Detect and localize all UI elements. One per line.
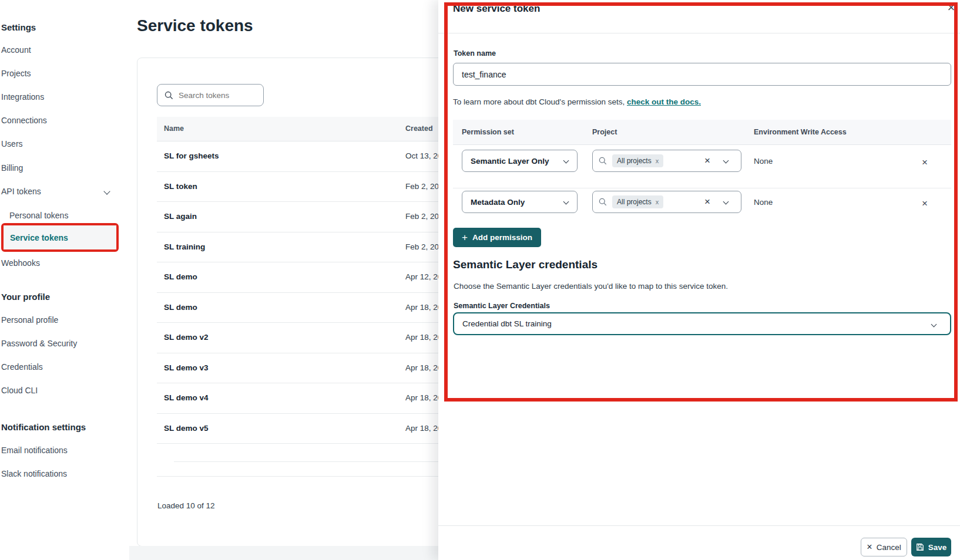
docs-link[interactable]: check out the docs.: [627, 97, 701, 106]
remove-row-icon[interactable]: ×: [919, 157, 931, 168]
clear-icon[interactable]: ×: [704, 196, 710, 208]
sidebar-profile-header: Your profile: [1, 292, 50, 302]
chip-remove-icon[interactable]: x: [656, 157, 659, 164]
permission-set-value: Semantic Layer Only: [471, 157, 549, 166]
search-tokens-box[interactable]: [157, 84, 264, 106]
semantic-layer-credentials-select[interactable]: Credential dbt SL training: [453, 312, 951, 335]
column-header-project: Project: [592, 128, 617, 136]
project-chip-label: All projects: [617, 198, 652, 206]
chevron-down-icon[interactable]: [723, 158, 729, 164]
settings-sidebar: Settings Account Projects Integrations C…: [0, 0, 129, 560]
divider: [453, 188, 951, 188]
sidebar-item-personal-profile[interactable]: Personal profile: [1, 315, 58, 325]
sidebar-item-api-tokens[interactable]: API tokens: [1, 187, 41, 196]
save-button[interactable]: Save: [911, 538, 951, 556]
column-header-permission-set: Permission set: [462, 128, 514, 136]
chevron-down-icon: [931, 322, 937, 328]
chevron-down-icon[interactable]: [723, 199, 729, 205]
column-header-env-write-access: Environment Write Access: [754, 128, 847, 136]
save-label: Save: [928, 543, 947, 552]
token-name: SL token: [164, 182, 197, 191]
search-icon: [599, 157, 607, 165]
annotation-red-box-sidebar: Service tokens: [1, 223, 119, 252]
project-combobox[interactable]: All projects x ×: [592, 150, 741, 172]
chevron-down-icon: [563, 158, 569, 164]
sidebar-item-slack-notifications[interactable]: Slack notifications: [1, 469, 67, 478]
sidebar-item-billing[interactable]: Billing: [1, 163, 23, 173]
sidebar-item-service-tokens[interactable]: Service tokens: [4, 225, 116, 249]
search-icon: [165, 91, 173, 100]
chevron-down-icon[interactable]: [103, 188, 110, 194]
project-chip[interactable]: All projects x: [612, 195, 663, 208]
api-tokens-label: API tokens: [1, 187, 41, 196]
sidebar-item-cloud-cli[interactable]: Cloud CLI: [1, 386, 38, 395]
sidebar-item-webhooks[interactable]: Webhooks: [1, 258, 40, 268]
sidebar-item-integrations[interactable]: Integrations: [1, 92, 44, 102]
new-service-token-drawer: New service token × Token name To learn …: [438, 0, 960, 560]
credential-value: Credential dbt SL training: [462, 319, 552, 328]
project-chip[interactable]: All projects x: [612, 154, 663, 167]
token-name: SL demo: [164, 303, 197, 312]
sidebar-item-email-notifications[interactable]: Email notifications: [1, 446, 68, 455]
add-permission-button[interactable]: + Add permission: [453, 228, 541, 247]
search-icon: [599, 198, 607, 206]
semantic-layer-description: Choose the Semantic Layer credentials yo…: [454, 282, 728, 291]
column-header-name: Name: [164, 124, 184, 133]
token-name: SL again: [164, 212, 197, 221]
close-icon: ×: [867, 542, 872, 552]
service-tokens-label: Service tokens: [10, 233, 68, 242]
semantic-layer-credentials-label: Semantic Layer Credentials: [454, 302, 550, 310]
sidebar-notifications-header: Notification settings: [1, 422, 86, 432]
token-name-label: Token name: [454, 49, 496, 58]
sidebar-item-projects[interactable]: Projects: [1, 69, 31, 78]
project-chip-label: All projects: [617, 157, 652, 165]
token-name: SL demo: [164, 272, 197, 281]
sidebar-item-password-security[interactable]: Password & Security: [1, 339, 77, 348]
token-name: SL demo v4: [164, 393, 209, 402]
chip-remove-icon[interactable]: x: [656, 198, 659, 205]
cancel-button[interactable]: × Cancel: [861, 538, 907, 556]
env-write-access-value: None: [754, 198, 773, 207]
plus-icon: +: [462, 232, 468, 244]
search-input[interactable]: [179, 91, 249, 100]
token-name: SL training: [164, 242, 205, 251]
sidebar-item-users[interactable]: Users: [1, 139, 23, 149]
sidebar-item-account[interactable]: Account: [1, 45, 31, 55]
docs-text: To learn more about dbt Cloud's permissi…: [453, 97, 627, 106]
permission-set-select[interactable]: Semantic Layer Only: [462, 150, 578, 172]
chevron-down-icon: [563, 199, 569, 205]
token-name: SL demo v3: [164, 363, 209, 372]
permission-set-select[interactable]: Metadata Only: [462, 191, 578, 213]
add-permission-label: Add permission: [472, 233, 532, 242]
semantic-layer-credentials-heading: Semantic Layer credentials: [453, 258, 598, 271]
env-write-access-value: None: [754, 157, 773, 166]
remove-row-icon[interactable]: ×: [919, 198, 931, 210]
drawer-title: New service token: [453, 3, 540, 15]
project-combobox[interactable]: All projects x ×: [592, 191, 741, 213]
save-disk-icon: [916, 543, 924, 551]
clear-icon[interactable]: ×: [704, 155, 710, 167]
divider: [438, 33, 960, 33]
sidebar-settings-header: Settings: [1, 22, 36, 32]
drawer-footer: × Cancel Save: [438, 525, 960, 560]
close-icon[interactable]: ×: [944, 0, 959, 15]
page-title: Service tokens: [137, 16, 253, 35]
docs-help-text: To learn more about dbt Cloud's permissi…: [453, 97, 701, 106]
column-header-created: Created: [405, 124, 433, 133]
permission-table-header: Permission set Project Environment Write…: [453, 120, 951, 145]
sidebar-item-connections[interactable]: Connections: [1, 116, 47, 125]
token-name-input[interactable]: [453, 63, 951, 86]
token-name: SL for gsheets: [164, 151, 219, 160]
token-name: SL demo v5: [164, 424, 209, 433]
sidebar-item-personal-tokens[interactable]: Personal tokens: [9, 211, 68, 220]
loaded-count-text: Loaded 10 of 12: [157, 501, 215, 510]
sidebar-item-credentials[interactable]: Credentials: [1, 362, 43, 372]
token-name: SL demo v2: [164, 333, 209, 342]
cancel-label: Cancel: [877, 543, 901, 552]
permission-set-value: Metadata Only: [471, 198, 525, 207]
